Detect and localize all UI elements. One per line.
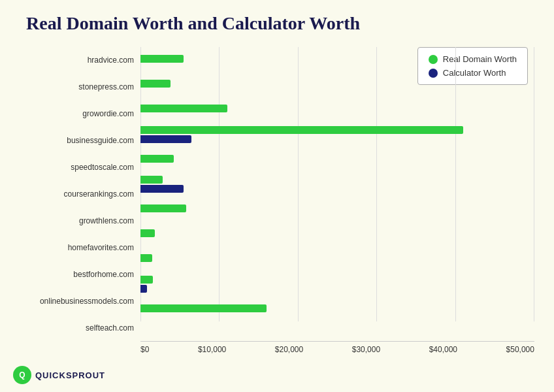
y-axis-label: hradvice.com [88,56,134,64]
x-axis-label: $40,000 [429,345,457,354]
y-axis-label: stonepress.com [78,83,134,91]
bar-row [140,272,534,296]
logo-area: Q QUICKSPROUT [13,366,105,384]
bars-container [140,47,534,341]
y-axis-label: bestforhome.com [73,270,134,278]
x-axis-label: $10,000 [198,345,226,354]
x-axis-label: $0 [140,345,149,354]
bar-row [140,297,534,321]
bar-row [140,48,534,71]
x-axis: $0$10,000$20,000$30,000$40,000$50,000 [140,341,534,361]
y-axis-label: businessguide.com [67,137,134,144]
bar-calculator-worth [140,185,184,193]
y-axis-labels: hradvice.comstonepress.comgrowordie.comb… [20,47,140,361]
y-axis-label: growthlens.com [79,217,134,225]
y-axis-label: speedtoscale.com [71,163,134,171]
x-axis-label: $30,000 [352,345,380,354]
x-axis-label: $50,000 [506,345,534,354]
bar-real-domain-worth [140,176,163,184]
x-axis-label: $20,000 [275,345,303,354]
y-axis-label: courserankings.com [64,190,134,198]
bar-real-domain-worth [140,55,184,63]
y-axis-label: growordie.com [82,110,134,118]
bar-row [140,247,534,270]
y-axis-label: onlinebusinessmodels.com [40,297,134,305]
bar-real-domain-worth [140,155,174,163]
bar-real-domain-worth [140,254,152,262]
bar-row [140,197,534,221]
chart-right: Real Domain WorthCalculator Worth $0$10,… [140,47,534,361]
logo-text: QUICKSPROUT [35,370,105,380]
page-title: Real Domain Worth and Calculator Worth [26,13,534,34]
bar-real-domain-worth [140,204,186,212]
bar-real-domain-worth [140,304,267,312]
bar-real-domain-worth [140,105,227,112]
y-axis-label: selfteach.com [86,324,134,332]
page-container: Real Domain Worth and Calculator Worth h… [0,0,554,392]
bar-real-domain-worth [140,80,171,88]
bar-real-domain-worth [140,126,463,134]
bar-row [140,222,534,246]
svg-text:Q: Q [19,370,25,380]
bar-real-domain-worth [140,276,153,284]
y-axis-label: homefavorites.com [68,244,134,252]
bar-row [140,97,534,121]
bar-row [140,123,534,146]
chart-area: hradvice.comstonepress.comgrowordie.comb… [20,47,534,361]
bar-calculator-worth [140,285,147,293]
bar-row [140,172,534,196]
bar-row [140,73,534,96]
quicksprout-logo-svg: Q [15,368,29,382]
bar-real-domain-worth [140,229,155,237]
logo-icon: Q [13,366,31,384]
bar-calculator-worth [140,135,191,143]
bar-row [140,148,534,171]
